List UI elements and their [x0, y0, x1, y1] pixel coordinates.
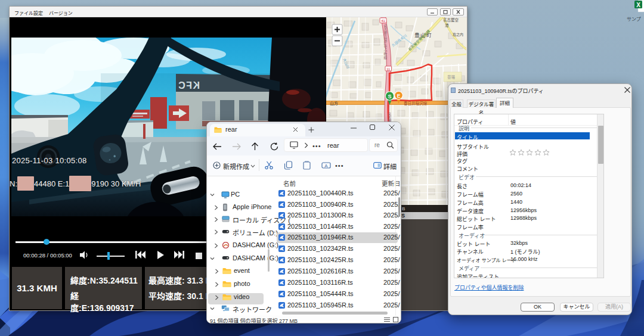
svg-text:名古屋高速11号小牧線: 名古屋高速11号小牧線 [383, 24, 387, 59]
svg-text:山方: 山方 [330, 101, 338, 106]
svg-text:S: S [388, 94, 391, 99]
svg-text:E: E [397, 93, 401, 99]
svg-text:春日井稲沢線: 春日井稲沢線 [404, 101, 428, 106]
svg-text:名古屋空: 名古屋空 [443, 17, 459, 23]
svg-text:41: 41 [381, 19, 385, 23]
svg-text:X: X [636, 2, 640, 8]
svg-text:A: A [324, 163, 328, 169]
svg-text:11: 11 [386, 67, 390, 71]
svg-text:右之内: 右之内 [453, 32, 463, 37]
svg-text:豊場: 豊場 [447, 74, 456, 80]
svg-text:港: 港 [445, 23, 449, 28]
